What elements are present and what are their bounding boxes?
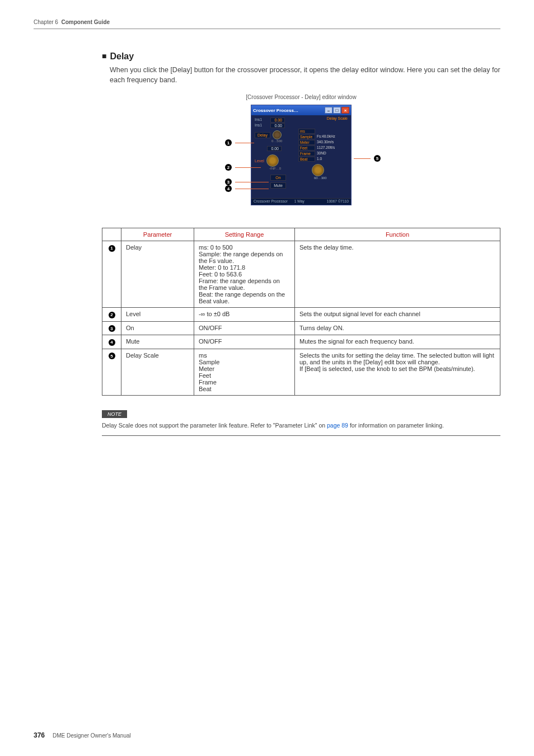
- scale-frame-button[interactable]: Frame: [298, 151, 315, 156]
- callout-num-2: 2: [225, 164, 232, 171]
- maximize-icon[interactable]: □: [333, 107, 341, 114]
- row-func: Sets the output signal level for each ch…: [295, 308, 500, 322]
- chapter-title: Component Guide: [61, 19, 110, 25]
- bpm-knob[interactable]: [312, 164, 324, 176]
- callout-num-4: 4: [225, 185, 232, 192]
- window-statusbar: Crossover Processor 1 Way 10067 ©7110: [251, 198, 351, 205]
- table-row: 4 Mute ON/OFF Mutes the signal for each …: [102, 335, 500, 349]
- callout-num-3: 3: [225, 179, 232, 185]
- row-func: Mutes the signal for each frequency band…: [295, 335, 500, 349]
- status-right: 10067 ©7110: [327, 199, 349, 204]
- page-number: 376: [34, 731, 45, 739]
- row-num: 4: [109, 339, 115, 346]
- ins1-label: Ins1: [255, 118, 267, 123]
- th-num: [102, 228, 121, 241]
- row-range: ON/OFF: [194, 335, 295, 349]
- minimize-icon[interactable]: –: [325, 107, 332, 114]
- scale-meter-button[interactable]: Meter: [298, 140, 315, 145]
- scale-feet-value: 1127.26ft/s: [317, 145, 335, 151]
- scale-beat-value: 1.0: [317, 157, 322, 162]
- callout-2: 2: [225, 164, 261, 171]
- level-label: Level: [255, 159, 264, 163]
- section-title-text: Delay: [110, 51, 134, 61]
- row-func: Sets the delay time.: [295, 241, 500, 308]
- callout-3: 3: [225, 179, 269, 185]
- callout-lead: [235, 167, 261, 168]
- figure: Crossover Process… – □ × Ins1 0.00 Ins1 …: [102, 105, 500, 211]
- bullet-icon: ■: [102, 51, 106, 60]
- mute-button[interactable]: Mute: [270, 182, 286, 189]
- scale-feet-button[interactable]: Feet: [298, 145, 315, 151]
- page-footer: 376 DME Designer Owner's Manual: [34, 731, 500, 739]
- status-mid: 1 Way: [294, 199, 305, 204]
- scale-meter-value: 340.30m/s: [317, 140, 334, 145]
- row-range: ms: 0 to 500 Sample: the range depends o…: [194, 241, 295, 308]
- ins1-value: 0.00: [270, 118, 285, 123]
- row-func: Selects the units for setting the delay …: [295, 349, 500, 395]
- callout-num-5: 5: [374, 155, 381, 162]
- row-range: ms Sample Meter Feet Frame Beat: [194, 349, 295, 395]
- delay-scale-title: Delay Scale: [327, 116, 348, 120]
- callout-1: 1: [225, 139, 254, 146]
- note-text: Delay Scale does not support the paramet…: [102, 421, 500, 430]
- table-row: 5 Delay Scale ms Sample Meter Feet Frame…: [102, 349, 500, 395]
- callout-lead: [235, 143, 254, 143]
- window-titlebar: Crossover Process… – □ ×: [251, 105, 351, 115]
- doc-title: DME Designer Owner's Manual: [53, 732, 131, 739]
- th-range: Setting Range: [194, 228, 295, 241]
- row-num: 2: [109, 312, 115, 318]
- row-range: -∞ to ±0 dB: [194, 308, 295, 322]
- window-title: Crossover Process…: [253, 108, 298, 113]
- scale-ms-button[interactable]: ms: [298, 129, 315, 134]
- row-param: Delay: [121, 241, 194, 308]
- section-title: ■Delay: [102, 51, 500, 62]
- scale-frame-value: 30ND: [317, 151, 326, 156]
- note-text-after: for information on parameter linking.: [348, 422, 444, 429]
- row-range: ON/OFF: [194, 321, 295, 335]
- ins1b-value: 0.00: [270, 123, 285, 128]
- callout-5: 5: [354, 155, 381, 162]
- row-num: 1: [109, 245, 115, 252]
- scale-beat-button[interactable]: Beat: [298, 157, 315, 162]
- bpm-range: 60…300: [314, 176, 348, 180]
- row-param: Level: [121, 308, 194, 322]
- on-button[interactable]: On: [270, 175, 286, 181]
- close-icon[interactable]: ×: [341, 107, 349, 114]
- table-row: 3 On ON/OFF Turns delay ON.: [102, 321, 500, 335]
- delay-label: Delay: [255, 132, 270, 138]
- scale-sample-value: Fs:48.0kHz: [317, 134, 335, 139]
- table-row: 2 Level -∞ to ±0 dB Sets the output sign…: [102, 308, 500, 322]
- note-block: NOTE Delay Scale does not support the pa…: [102, 408, 500, 436]
- level-value: 0.00: [267, 146, 282, 151]
- row-param: On: [121, 321, 194, 335]
- status-left: Crossover Processor: [254, 199, 288, 204]
- note-badge: NOTE: [102, 410, 127, 418]
- figure-caption: [Crossover Processor - Delay] editor win…: [102, 94, 500, 100]
- parameter-table: Parameter Setting Range Function 1 Delay…: [102, 228, 500, 396]
- row-param: Mute: [121, 335, 194, 349]
- th-parameter: Parameter: [121, 228, 194, 241]
- callout-num-1: 1: [225, 139, 232, 146]
- callout-lead: [354, 158, 371, 159]
- scale-sample-button[interactable]: Sample: [298, 134, 315, 139]
- page-link[interactable]: page 89: [327, 422, 348, 429]
- callout-4: 4: [225, 185, 269, 192]
- row-func: Turns delay ON.: [295, 321, 500, 335]
- callout-lead: [235, 182, 269, 182]
- section-description: When you click the [Delay] button for th…: [110, 65, 500, 85]
- row-param: Delay Scale: [121, 349, 194, 395]
- note-text-before: Delay Scale does not support the paramet…: [102, 422, 327, 429]
- row-num: 3: [109, 325, 115, 332]
- table-row: 1 Delay ms: 0 to 500 Sample: the range d…: [102, 241, 500, 308]
- callout-lead: [235, 189, 269, 189]
- page-header: Chapter 6 Component Guide: [34, 19, 500, 29]
- delay-knob[interactable]: [273, 130, 282, 139]
- ins1b-label: Ins1: [255, 123, 267, 128]
- row-num: 5: [109, 353, 115, 359]
- level-knob[interactable]: [266, 154, 279, 167]
- th-function: Function: [295, 228, 500, 241]
- chapter-label: Chapter 6: [34, 19, 58, 25]
